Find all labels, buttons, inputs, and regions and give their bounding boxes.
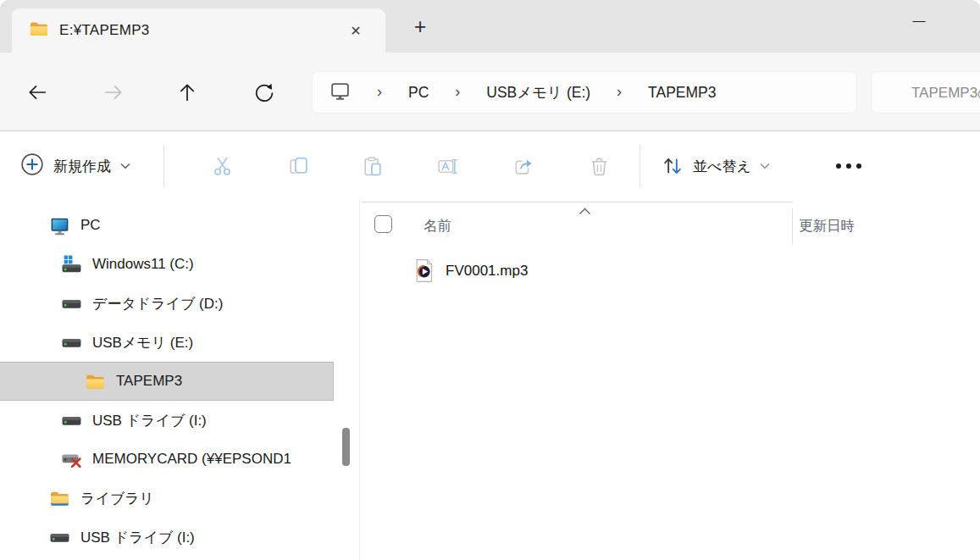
sidebar-item-windows11-c[interactable]: Windows11 (C:) [0, 245, 334, 284]
pc-monitor-icon [49, 215, 70, 236]
sidebar-item-libraries[interactable]: ライブラリ [0, 479, 334, 518]
refresh-button[interactable] [252, 80, 275, 104]
cut-button [205, 149, 239, 183]
breadcrumb-tapemp3[interactable]: TAPEMP3 [648, 84, 716, 102]
scissors-icon [211, 155, 234, 178]
rename-icon [436, 155, 459, 178]
breadcrumb-usb-drive[interactable]: USBメモリ (E:) [486, 82, 590, 103]
ellipsis-icon [856, 164, 861, 169]
command-toolbar: 新規作成 並べ替え [0, 131, 980, 201]
search-placeholder: TAPEMP3の検索 [911, 83, 980, 103]
plus-circle-icon [20, 152, 44, 180]
close-tab-icon[interactable]: ✕ [343, 18, 368, 43]
refresh-icon [252, 81, 274, 103]
breadcrumb-separator: › [377, 83, 382, 101]
file-name: FV0001.mp3 [446, 263, 528, 280]
file-row[interactable]: FV0001.mp3 [360, 252, 980, 291]
new-tab-button[interactable]: + [406, 12, 435, 41]
tab-bar: E:¥TAPEMP3 ✕ + — [0, 0, 980, 53]
share-icon [512, 155, 535, 178]
sidebar-item-label: USB ドライブ (I:) [92, 411, 207, 430]
sidebar-item-label: ライブラリ [80, 489, 154, 508]
sidebar-item-pc[interactable]: PC [0, 206, 334, 245]
drive-icon [49, 527, 70, 548]
new-button-label: 新規作成 [53, 157, 111, 176]
sort-arrows-icon [661, 154, 684, 178]
more-options-button[interactable] [830, 149, 867, 183]
sidebar-item-label: PC [80, 217, 101, 234]
navigation-pane: PC Windows11 (C:) データドライブ (D:) USBメモリ (E… [0, 201, 359, 560]
sort-ascending-caret-icon [579, 203, 591, 219]
paste-button [356, 149, 390, 183]
windows-drive-icon [61, 254, 82, 275]
copy-icon [287, 155, 310, 178]
column-header-name[interactable]: 名前 [424, 217, 451, 236]
sidebar-item-tapemp3[interactable]: TAPEMP3 [0, 362, 334, 401]
search-input[interactable]: TAPEMP3の検索 [871, 71, 980, 114]
ellipsis-icon [846, 164, 851, 169]
minimize-button[interactable]: — [905, 5, 933, 34]
address-bar[interactable]: › PC › USBメモリ (E:) › TAPEMP3 [312, 71, 857, 114]
sidebar-item-data-drive-d[interactable]: データドライブ (D:) [0, 284, 334, 323]
library-folder-icon [49, 488, 70, 509]
arrow-up-icon [176, 81, 198, 103]
sidebar-item-label: USBメモリ (E:) [92, 333, 193, 352]
select-all-checkbox[interactable] [374, 215, 392, 233]
drive-icon [61, 293, 82, 314]
media-file-icon [412, 258, 435, 286]
file-list-pane: 名前 更新日時 FV0001.mp3 [359, 201, 980, 560]
arrow-left-icon [26, 81, 48, 103]
rename-button [430, 149, 464, 183]
up-button[interactable] [175, 80, 199, 104]
sort-button[interactable]: 並べ替え [654, 147, 777, 185]
drive-icon [61, 332, 82, 353]
back-button[interactable] [25, 80, 49, 104]
trash-icon [588, 155, 611, 178]
navigation-bar: › PC › USBメモリ (E:) › TAPEMP3 TAPEMP3の検索 [0, 53, 980, 131]
tab-title: E:¥TAPEMP3 [59, 22, 150, 39]
delete-button [582, 149, 616, 183]
toolbar-divider [639, 145, 640, 187]
column-header-date-modified[interactable]: 更新日時 [799, 217, 855, 236]
sidebar-item-memorycard[interactable]: MEMORYCARD (¥¥EPSOND1 [0, 440, 334, 479]
sidebar-scrollbar-thumb[interactable] [342, 428, 350, 466]
sidebar-item-label: TAPEMP3 [116, 373, 182, 390]
sidebar-item-usb-drive-i[interactable]: USB ドライブ (I:) [0, 401, 334, 440]
sort-button-label: 並べ替え [693, 157, 751, 176]
sidebar-item-label: データドライブ (D:) [92, 294, 223, 313]
folder-icon [85, 371, 106, 392]
sidebar-item-label: USB ドライブ (I:) [80, 528, 195, 547]
drive-icon [61, 410, 82, 431]
sidebar-item-label: MEMORYCARD (¥¥EPSOND1 [92, 451, 291, 468]
new-button[interactable]: 新規作成 [14, 147, 137, 185]
chevron-down-icon [760, 163, 770, 169]
breadcrumb-pc[interactable]: PC [408, 84, 429, 102]
sidebar-item-label: Windows11 (C:) [92, 256, 194, 273]
breadcrumb-separator: › [455, 83, 460, 101]
toolbar-divider [163, 145, 164, 187]
tab-active[interactable]: E:¥TAPEMP3 ✕ [12, 8, 385, 53]
network-drive-error-icon [61, 449, 82, 470]
sidebar-item-usb-memory-e[interactable]: USBメモリ (E:) [0, 323, 334, 362]
forward-button [102, 80, 125, 104]
sidebar-item-usb-drive-i-2[interactable]: USB ドライブ (I:) [0, 518, 334, 557]
explorer-body: PC Windows11 (C:) データドライブ (D:) USBメモリ (E… [0, 201, 980, 560]
explorer-window: E:¥TAPEMP3 ✕ + — › PC › USBメモリ (E:) › [0, 0, 980, 560]
share-button [507, 149, 540, 183]
arrow-right-icon [102, 81, 125, 103]
column-divider[interactable] [792, 208, 793, 245]
paste-icon [362, 155, 385, 178]
header-top-border [361, 202, 793, 202]
monitor-icon [329, 80, 351, 105]
copy-button [281, 149, 315, 183]
chevron-down-icon [120, 163, 130, 169]
ellipsis-icon [836, 164, 841, 169]
breadcrumb-separator: › [617, 83, 622, 101]
folder-icon [29, 19, 49, 42]
